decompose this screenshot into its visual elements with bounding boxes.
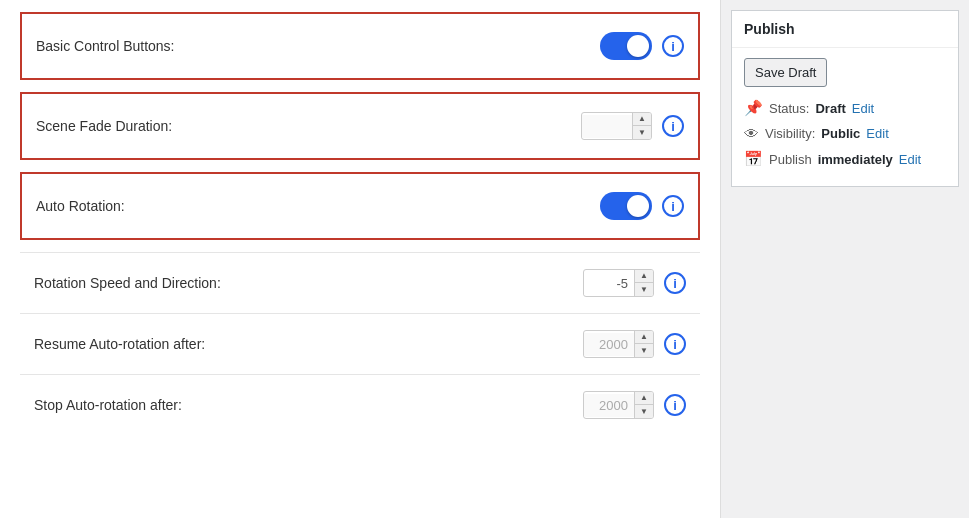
visibility-label: Visibility:	[765, 126, 815, 141]
rotation-speed-up-btn[interactable]: ▲	[635, 270, 653, 283]
save-draft-button[interactable]: Save Draft	[744, 58, 827, 87]
resume-auto-rotation-up-btn[interactable]: ▲	[635, 331, 653, 344]
scene-fade-duration-up-btn[interactable]: ▲	[633, 113, 651, 126]
stop-auto-rotation-up-btn[interactable]: ▲	[635, 392, 653, 405]
toggle-thumb	[627, 35, 649, 57]
scene-fade-duration-input[interactable]	[582, 115, 632, 138]
resume-auto-rotation-input[interactable]	[584, 333, 634, 356]
resume-auto-rotation-label: Resume Auto-rotation after:	[34, 336, 205, 352]
stop-auto-rotation-label: Stop Auto-rotation after:	[34, 397, 182, 413]
rotation-speed-input-wrapper: ▲ ▼	[583, 269, 654, 297]
visibility-row: 👁 Visibility: Public Edit	[744, 125, 946, 142]
visibility-value: Public	[821, 126, 860, 141]
basic-control-buttons-label: Basic Control Buttons:	[36, 38, 175, 54]
stop-auto-rotation-controls: ▲ ▼ i	[583, 391, 686, 419]
scene-fade-duration-down-btn[interactable]: ▼	[633, 126, 651, 139]
resume-auto-rotation-input-wrapper: ▲ ▼	[583, 330, 654, 358]
publish-body: Save Draft 📌 Status: Draft Edit 👁 Visibi…	[732, 48, 958, 186]
auto-rotation-label: Auto Rotation:	[36, 198, 125, 214]
rotation-speed-down-btn[interactable]: ▼	[635, 283, 653, 296]
rotation-speed-row: Rotation Speed and Direction: ▲ ▼ i	[20, 252, 700, 313]
rotation-speed-label: Rotation Speed and Direction:	[34, 275, 221, 291]
settings-section: Basic Control Buttons: i Scene Fade Dura…	[0, 12, 720, 435]
publish-when-row: 📅 Publish immediately Edit	[744, 150, 946, 168]
status-value: Draft	[815, 101, 845, 116]
auto-rotation-toggle[interactable]	[600, 192, 652, 220]
scene-fade-duration-spinners: ▲ ▼	[632, 113, 651, 139]
rotation-speed-spinners: ▲ ▼	[634, 270, 653, 296]
resume-auto-rotation-row: Resume Auto-rotation after: ▲ ▼ i	[20, 313, 700, 374]
auto-rotation-controls: i	[600, 192, 684, 220]
status-icon: 📌	[744, 99, 763, 117]
auto-rotation-toggle-thumb	[627, 195, 649, 217]
auto-rotation-row: Auto Rotation: i	[20, 172, 700, 240]
basic-control-buttons-info-icon[interactable]: i	[662, 35, 684, 57]
scene-fade-duration-info-icon[interactable]: i	[662, 115, 684, 137]
stop-auto-rotation-down-btn[interactable]: ▼	[635, 405, 653, 418]
basic-control-buttons-controls: i	[600, 32, 684, 60]
resume-auto-rotation-info-icon[interactable]: i	[664, 333, 686, 355]
stop-auto-rotation-input-wrapper: ▲ ▼	[583, 391, 654, 419]
right-sidebar: Publish Save Draft 📌 Status: Draft Edit …	[720, 0, 969, 518]
status-row: 📌 Status: Draft Edit	[744, 99, 946, 117]
stop-auto-rotation-info-icon[interactable]: i	[664, 394, 686, 416]
basic-control-buttons-row: Basic Control Buttons: i	[20, 12, 700, 80]
basic-control-buttons-toggle[interactable]	[600, 32, 652, 60]
visibility-edit-link[interactable]: Edit	[866, 126, 888, 141]
rotation-speed-controls: ▲ ▼ i	[583, 269, 686, 297]
publish-title: Publish	[732, 11, 958, 48]
resume-auto-rotation-controls: ▲ ▼ i	[583, 330, 686, 358]
scene-fade-duration-controls: ▲ ▼ i	[581, 112, 684, 140]
calendar-icon: 📅	[744, 150, 763, 168]
visibility-icon: 👁	[744, 125, 759, 142]
scene-fade-duration-label: Scene Fade Duration:	[36, 118, 172, 134]
publish-edit-link[interactable]: Edit	[899, 152, 921, 167]
status-label: Status:	[769, 101, 809, 116]
stop-auto-rotation-row: Stop Auto-rotation after: ▲ ▼ i	[20, 374, 700, 435]
resume-auto-rotation-spinners: ▲ ▼	[634, 331, 653, 357]
scene-fade-duration-row: Scene Fade Duration: ▲ ▼ i	[20, 92, 700, 160]
main-panel: Basic Control Buttons: i Scene Fade Dura…	[0, 0, 720, 518]
stop-auto-rotation-input[interactable]	[584, 394, 634, 417]
rotation-speed-info-icon[interactable]: i	[664, 272, 686, 294]
scene-fade-duration-input-wrapper: ▲ ▼	[581, 112, 652, 140]
stop-auto-rotation-spinners: ▲ ▼	[634, 392, 653, 418]
rotation-speed-input[interactable]	[584, 272, 634, 295]
status-edit-link[interactable]: Edit	[852, 101, 874, 116]
auto-rotation-info-icon[interactable]: i	[662, 195, 684, 217]
publish-when-value: immediately	[818, 152, 893, 167]
publish-box: Publish Save Draft 📌 Status: Draft Edit …	[731, 10, 959, 187]
resume-auto-rotation-down-btn[interactable]: ▼	[635, 344, 653, 357]
publish-label: Publish	[769, 152, 812, 167]
